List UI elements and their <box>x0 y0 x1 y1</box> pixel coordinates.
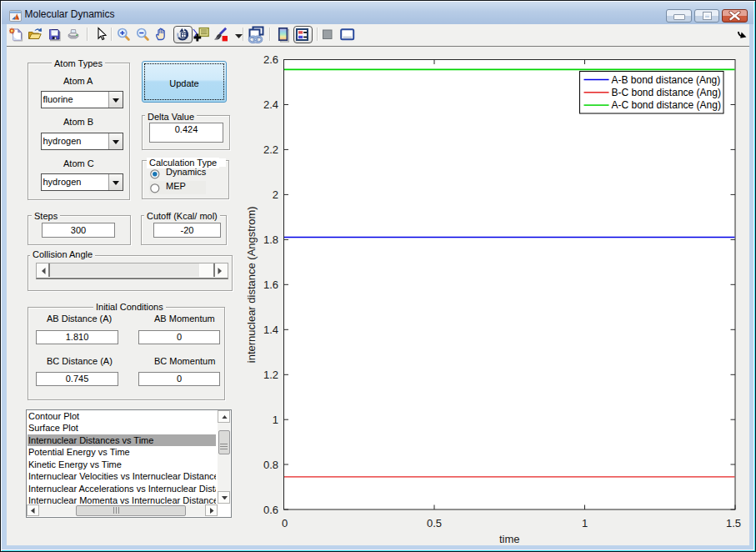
svg-text:0.8: 0.8 <box>263 459 278 471</box>
svg-text:A-C bond distance (Ang): A-C bond distance (Ang) <box>612 99 721 111</box>
svg-text:1.2: 1.2 <box>263 369 278 381</box>
svg-text:time: time <box>499 533 520 545</box>
svg-text:2.6: 2.6 <box>263 53 278 66</box>
svg-text:0.5: 0.5 <box>427 517 442 529</box>
svg-text:0: 0 <box>282 517 288 529</box>
svg-text:A-B bond distance (Ang): A-B bond distance (Ang) <box>612 74 721 86</box>
svg-text:2: 2 <box>273 188 278 201</box>
svg-text:1.5: 1.5 <box>726 517 741 529</box>
svg-text:2.2: 2.2 <box>263 143 278 156</box>
svg-text:internuclear distance (Angstro: internuclear distance (Angstrom) <box>245 206 258 363</box>
svg-text:1.4: 1.4 <box>263 324 278 336</box>
svg-text:1: 1 <box>273 414 278 426</box>
svg-text:B-C bond distance (Ang): B-C bond distance (Ang) <box>612 87 721 98</box>
svg-text:1: 1 <box>582 517 588 529</box>
svg-text:2.4: 2.4 <box>263 98 278 111</box>
svg-text:0.6: 0.6 <box>263 504 278 516</box>
svg-text:1.6: 1.6 <box>263 279 278 291</box>
svg-text:1.8: 1.8 <box>263 233 278 246</box>
